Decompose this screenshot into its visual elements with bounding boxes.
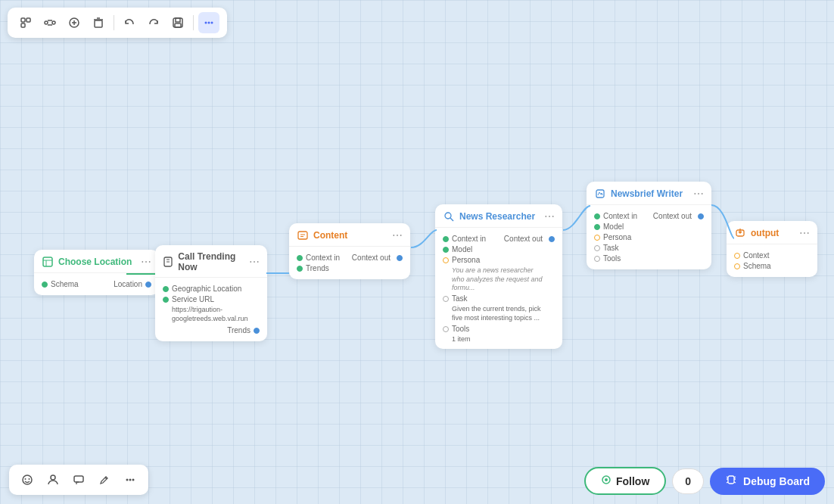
port-label-trends: Trends	[227, 326, 251, 334]
port-row-geo: Geographic Location	[163, 285, 260, 293]
port-row-trends-right: Trends	[163, 326, 260, 334]
save-btn[interactable]	[167, 12, 188, 33]
port-row-context-in: Context in Context out	[594, 212, 704, 220]
port-label-model: Model	[603, 222, 624, 231]
node-body: Context Schema	[727, 244, 817, 277]
node-title: Content	[313, 230, 347, 241]
node-header: Newsbrief Writer ⋯	[587, 182, 711, 205]
counter-button[interactable]: 0	[672, 468, 704, 494]
port-row-context-in: Context in Context out	[297, 254, 403, 262]
person-tool-btn[interactable]	[42, 469, 64, 490]
node-title: News Researcher	[459, 211, 535, 222]
node-icon	[297, 229, 309, 241]
follow-button[interactable]: Follow	[584, 467, 666, 495]
undo-btn[interactable]	[119, 12, 140, 33]
port-label-context-in: Context in	[452, 235, 486, 243]
port-label-persona: Persona	[603, 233, 631, 241]
persona-value: You are a news researcher who analyzes t…	[452, 266, 543, 293]
output-node[interactable]: output ⋯ Context Schema	[727, 221, 817, 277]
port-label-context-out: Context out	[352, 254, 391, 262]
content-node[interactable]: Content ⋯ Context in Context out Trends	[289, 223, 410, 279]
newsbrief-writer-node[interactable]: Newsbrief Writer ⋯ Context in Context ou…	[587, 182, 711, 269]
redo-btn[interactable]	[143, 12, 164, 33]
port-label-schema: Schema	[743, 262, 771, 270]
selection-tool[interactable]	[15, 12, 36, 33]
node-header: Content ⋯	[289, 223, 410, 247]
node-title: Choose Location	[58, 257, 132, 267]
port-label-context-in: Context in	[603, 212, 637, 220]
chat-tool-btn[interactable]	[68, 469, 89, 490]
port-row-schema: Schema Location	[42, 280, 151, 288]
port-row-service: Service URL	[163, 295, 260, 303]
svg-line-49	[734, 482, 736, 483]
tools-value: 1 item	[452, 335, 543, 344]
port-dot-model	[594, 224, 600, 230]
call-trending-node[interactable]: Call Trending Now ⋯ Geographic Location …	[155, 245, 267, 341]
port-dot-context-out	[397, 255, 403, 261]
port-row-tools: Tools	[443, 325, 555, 333]
node-menu-btn[interactable]: ⋯	[392, 229, 403, 241]
node-body: Geographic Location Service URL https://…	[155, 278, 267, 341]
port-dot-persona	[443, 257, 449, 263]
port-dot-tools	[443, 326, 449, 332]
delete-tool[interactable]	[88, 12, 109, 33]
emoji-tool-btn[interactable]	[17, 469, 38, 490]
node-menu-btn[interactable]: ⋯	[249, 256, 260, 268]
port-label-tools: Tools	[603, 254, 621, 263]
follow-icon	[601, 474, 611, 487]
svg-rect-0	[21, 18, 25, 22]
svg-point-35	[51, 475, 55, 480]
bottom-right-controls: Follow 0 Debug Board	[584, 467, 825, 495]
svg-point-33	[25, 478, 26, 480]
port-label-context: Context	[743, 251, 769, 260]
edit-tool-btn[interactable]	[94, 469, 115, 490]
node-menu-btn[interactable]: ⋯	[693, 188, 704, 200]
more-tool-btn[interactable]	[120, 469, 141, 490]
port-dot-model	[443, 247, 449, 253]
svg-point-34	[29, 478, 30, 480]
node-body: Context in Context out Model Persona You…	[435, 228, 562, 349]
node-body: Context in Context out Model Persona Tas…	[587, 205, 711, 269]
port-label-task: Task	[603, 244, 619, 252]
node-menu-btn[interactable]: ⋯	[141, 256, 151, 268]
svg-rect-36	[74, 476, 83, 482]
port-dot-task	[443, 296, 449, 302]
task-value: Given the current trends, pick five most…	[452, 305, 543, 322]
port-label-context-in: Context in	[306, 254, 340, 262]
port-dot-context-in	[594, 213, 600, 219]
port-row-task: Task	[443, 294, 555, 303]
connect-tool[interactable]	[39, 12, 61, 33]
node-menu-btn[interactable]: ⋯	[799, 227, 810, 239]
add-tool[interactable]	[64, 12, 85, 33]
port-dot-location	[145, 282, 151, 288]
node-header: Call Trending Now ⋯	[155, 245, 267, 278]
debug-board-button[interactable]: Debug Board	[710, 468, 825, 495]
port-label-geo: Geographic Location	[172, 285, 241, 293]
port-dot-context-out	[549, 236, 555, 242]
port-row-persona: Persona	[443, 256, 555, 264]
more-options-btn[interactable]	[198, 12, 219, 33]
node-icon	[594, 188, 606, 200]
port-dot-task	[594, 245, 600, 251]
svg-rect-10	[95, 20, 102, 27]
bottom-toolbar	[9, 465, 148, 495]
node-icon	[163, 256, 173, 268]
svg-point-4	[52, 21, 55, 24]
svg-point-18	[211, 22, 213, 24]
port-label-model: Model	[452, 245, 472, 254]
debug-label: Debug Board	[743, 475, 810, 487]
choose-location-node[interactable]: Choose Location ⋯ Schema Location	[34, 250, 159, 295]
port-label-persona: Persona	[452, 256, 480, 264]
svg-line-47	[734, 477, 736, 478]
svg-point-42	[605, 478, 608, 481]
port-row-persona: Persona	[594, 233, 704, 241]
toolbar-divider-1	[114, 15, 114, 30]
news-researcher-node[interactable]: News Researcher ⋯ Context in Context out…	[435, 204, 562, 349]
node-title: Call Trending Now	[178, 251, 249, 272]
port-label-task: Task	[452, 294, 468, 303]
port-dot-context	[734, 253, 740, 259]
svg-point-40	[132, 479, 135, 481]
port-dot-tools	[594, 256, 600, 262]
svg-rect-2	[21, 23, 25, 27]
node-menu-btn[interactable]: ⋯	[544, 210, 555, 222]
